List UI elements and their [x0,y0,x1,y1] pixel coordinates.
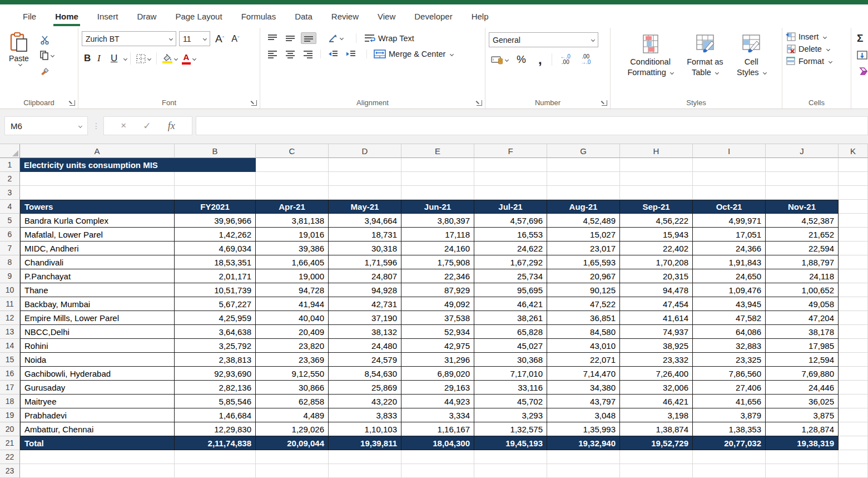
borders-button[interactable] [134,53,153,65]
cut-button[interactable] [38,35,56,46]
cell-D15[interactable]: 24,579 [329,353,401,367]
cell-D6[interactable]: 18,731 [329,228,401,242]
cell-I7[interactable]: 24,366 [693,242,766,255]
cell-H5[interactable]: 4,56,222 [620,214,693,228]
cell-K16[interactable] [839,367,868,381]
cell-K8[interactable] [839,255,868,269]
merge-center-button[interactable]: Merge & Center [371,48,455,60]
cell-G12[interactable]: 36,851 [547,311,620,325]
align-left-button[interactable] [265,49,280,60]
cell-G6[interactable]: 15,027 [547,228,620,242]
font-dialog-launcher-icon[interactable] [251,100,257,106]
paste-button[interactable]: Paste [3,32,34,97]
cell-A12[interactable]: Empire Mills, Lower Parel [20,311,175,325]
row-header-22[interactable]: 22 [0,450,20,464]
cell-F2[interactable] [474,172,547,186]
cell-D12[interactable]: 37,190 [329,311,401,325]
col-header-I[interactable]: I [693,144,766,158]
cell-E22[interactable] [401,450,474,464]
tab-formulas[interactable]: Formulas [232,4,286,28]
cell-E17[interactable]: 29,163 [401,381,474,395]
cell-G7[interactable]: 23,017 [547,242,620,255]
cell-E9[interactable]: 22,346 [401,269,474,283]
cell-J9[interactable]: 24,118 [766,269,839,283]
cell-J16[interactable]: 7,69,880 [766,367,839,381]
cell-D20[interactable]: 1,10,103 [329,422,401,436]
cell-G19[interactable]: 3,048 [547,408,620,422]
cell-I18[interactable]: 41,656 [693,395,766,408]
cell-A22[interactable] [20,450,175,464]
cell-D5[interactable]: 3,94,664 [329,214,401,228]
cell-K11[interactable] [839,297,868,311]
cell-A14[interactable]: Rohini [20,339,175,353]
cell-C12[interactable]: 40,040 [256,311,329,325]
cell-G16[interactable]: 7,14,470 [547,367,620,381]
col-header-H[interactable]: H [620,144,693,158]
cell-B18[interactable]: 5,85,546 [175,395,256,408]
row-header-6[interactable]: 6 [0,228,20,242]
cell-F9[interactable]: 25,734 [474,269,547,283]
name-box[interactable]: M6 [4,116,88,135]
cell-K22[interactable] [839,450,868,464]
tab-home[interactable]: Home [46,4,88,28]
cell-E1[interactable] [401,158,474,172]
align-bottom-button[interactable] [301,32,316,44]
cell-K2[interactable] [839,172,868,186]
fill-button[interactable] [855,50,866,61]
cell-A6[interactable]: Mafatlal, Lower Parel [20,228,175,242]
conditional-formatting-button[interactable]: ConditionalFormatting [627,33,673,97]
decrease-decimal-button[interactable]: .00→.0 [578,53,593,66]
cell-I2[interactable] [693,172,766,186]
align-center-button[interactable] [283,49,297,60]
row-header-1[interactable]: 1 [0,158,20,172]
copy-button[interactable] [38,50,56,61]
bold-button[interactable]: B [82,52,95,65]
row-header-5[interactable]: 5 [0,214,20,228]
tab-help[interactable]: Help [462,4,498,28]
total-cell-H21[interactable]: 19,52,729 [620,436,693,450]
cell-J7[interactable]: 22,594 [766,242,839,255]
cell-E23[interactable] [401,464,474,478]
total-cell-D21[interactable]: 19,39,811 [329,436,401,450]
cell-C3[interactable] [256,186,329,200]
cell-B14[interactable]: 3,25,792 [175,339,256,353]
cell-K21[interactable] [839,436,868,450]
cell-K5[interactable] [839,214,868,228]
cell-H10[interactable]: 94,478 [620,283,693,297]
row-header-14[interactable]: 14 [0,339,20,353]
cell-I15[interactable]: 23,325 [693,353,766,367]
cell-E7[interactable]: 24,160 [401,242,474,255]
total-cell-E21[interactable]: 18,04,300 [401,436,474,450]
cell-I22[interactable] [693,450,766,464]
cell-B9[interactable]: 2,01,171 [175,269,256,283]
cell-J11[interactable]: 49,058 [766,297,839,311]
cell-B16[interactable]: 92,93,690 [175,367,256,381]
cell-A11[interactable]: Backbay, Mumbai [20,297,175,311]
cell-H3[interactable] [620,186,693,200]
cell-K9[interactable] [839,269,868,283]
cell-B11[interactable]: 5,67,227 [175,297,256,311]
cell-B22[interactable] [175,450,256,464]
cell-E15[interactable]: 31,296 [401,353,474,367]
number-dialog-launcher-icon[interactable] [602,100,607,106]
cell-B10[interactable]: 10,51,739 [175,283,256,297]
tab-developer[interactable]: Developer [405,4,462,28]
cancel-button[interactable]: × [121,120,126,131]
cell-D2[interactable] [329,172,401,186]
cell-J3[interactable] [766,186,839,200]
cell-J10[interactable]: 1,00,652 [766,283,839,297]
cell-J6[interactable]: 21,652 [766,228,839,242]
cell-D9[interactable]: 24,807 [329,269,401,283]
cell-A15[interactable]: Noida [20,353,175,367]
cell-A1-title[interactable]: Electricity units consumption MIS [20,158,256,172]
cell-J23[interactable] [766,464,839,478]
clear-button[interactable] [855,66,866,77]
cell-K7[interactable] [839,242,868,255]
cell-C20[interactable]: 1,29,026 [256,422,329,436]
cell-I20[interactable]: 1,38,353 [693,422,766,436]
cell-B5[interactable]: 39,96,966 [175,214,256,228]
tab-data[interactable]: Data [285,4,322,28]
cell-D14[interactable]: 24,480 [329,339,401,353]
cell-K23[interactable] [839,464,868,478]
header-cell-C4[interactable]: Apr-21 [256,200,329,214]
